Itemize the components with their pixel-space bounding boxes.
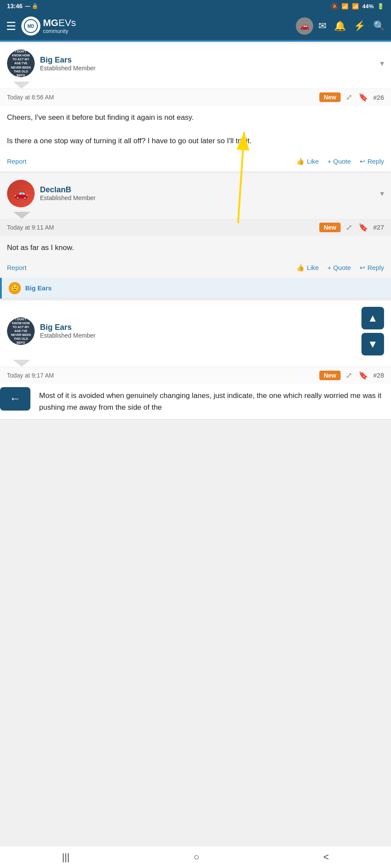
post-28-avatar: I DON'T KNOW HOW TO ACT MY AGE I'VE NEVE… — [7, 317, 35, 345]
post-26-time: Today at 8:56 AM — [7, 94, 315, 101]
post-28-share-icon[interactable]: ⤢ — [346, 371, 352, 380]
post-27-reply[interactable]: ↩ Reply — [360, 264, 384, 272]
post-27-time: Today at 9:11 AM — [7, 224, 315, 231]
quote-avatar: 😟 — [9, 282, 21, 294]
post-26-share-icon[interactable]: ⤢ — [346, 92, 352, 102]
header-icons: ✉ 🔔 ⚡ 🔍 — [318, 20, 385, 32]
post-26-chevron[interactable]: ▾ — [380, 59, 384, 68]
post-28-username[interactable]: Big Ears — [40, 323, 356, 332]
post-28-user-header: I DON'T KNOW HOW TO ACT MY AGE I'VE NEVE… — [0, 301, 391, 360]
like-icon: 👍 — [296, 158, 305, 165]
quote-username: Big Ears — [25, 284, 52, 292]
post-28: I DON'T KNOW HOW TO ACT MY AGE I'VE NEVE… — [0, 301, 391, 420]
post-27-user-header: 🚗 DeclanB Established Member ▾ — [0, 174, 391, 212]
scroll-buttons: ▲ ▼ — [361, 307, 384, 355]
status-bar: 13:46 — 🔒 🔕 📶 📶 44% 🔋 — [0, 0, 391, 12]
post-26-reply[interactable]: ↩ Reply — [360, 158, 384, 165]
post-27-content: Not as far as I know. — [0, 236, 391, 260]
header-logo: MD MGEVs community — [21, 16, 291, 36]
header: ☰ MD MGEVs community 🚗 ✉ 🔔 — [0, 12, 391, 40]
post-26-meta: Today at 8:56 AM New ⤢ 🔖 #26 — [0, 89, 391, 105]
post-26-avatar: I DON'T KNOW HOW TO ACT MY AGE I'VE NEVE… — [7, 49, 35, 77]
post-26-number: #26 — [373, 94, 384, 101]
post-26-user-info: Big Ears Established Member — [40, 56, 375, 72]
post-26-userrole: Established Member — [40, 65, 375, 72]
lightning-icon[interactable]: ⚡ — [354, 20, 365, 32]
post-28-fold — [13, 360, 30, 367]
reply-icon-27: ↩ — [360, 264, 365, 272]
scroll-down-button[interactable]: ▼ — [361, 333, 384, 355]
post-26-username[interactable]: Big Ears — [40, 56, 375, 65]
post-27-action-buttons: 👍 Like + Quote ↩ Reply — [296, 264, 384, 272]
post-27-chevron[interactable]: ▾ — [380, 189, 384, 198]
blue-separator — [0, 40, 391, 42]
battery-icon: 🔋 — [377, 3, 384, 10]
post-28-avatar-badge: I DON'T KNOW HOW TO ACT MY AGE I'VE NEVE… — [7, 317, 35, 345]
post-27-like[interactable]: 👍 Like — [296, 264, 319, 272]
post-27-new-badge: New — [319, 223, 341, 232]
post-26-fold — [13, 82, 30, 89]
reply-icon-26: ↩ — [360, 158, 365, 165]
sim-icon: — 🔒 — [25, 3, 38, 9]
post-28-bookmark-icon[interactable]: 🔖 — [358, 371, 368, 380]
post-28-meta: Today at 9:17 AM New ⤢ 🔖 #28 — [0, 367, 391, 384]
post-28-number: #28 — [373, 372, 384, 379]
wifi-icon: 📶 — [341, 3, 348, 10]
post-26: I DON'T KNOW HOW TO ACT MY AGE I'VE NEVE… — [0, 43, 391, 172]
post-27-userrole: Established Member — [40, 194, 375, 201]
like-icon-27: 👍 — [296, 264, 305, 272]
post-27-user-info: DeclanB Established Member — [40, 185, 375, 201]
post-26-action-buttons: 👍 Like + Quote ↩ Reply — [296, 158, 384, 165]
signal-icon: 📶 — [352, 3, 359, 10]
post-28-content: ← Most of it is avoided when genuinely c… — [0, 384, 391, 419]
post-26-actions: Report 👍 Like + Quote ↩ Reply — [0, 153, 391, 171]
post-27-avatar: 🚗 — [7, 180, 35, 207]
post-26-bookmark-icon[interactable]: 🔖 — [358, 92, 368, 102]
post-27-fold — [13, 212, 30, 219]
android-recents[interactable]: ||| — [62, 852, 70, 863]
android-home[interactable]: ○ — [194, 852, 199, 863]
battery: 44% — [362, 3, 374, 10]
logo-text-group: MGEVs community — [43, 18, 76, 34]
post-27-avatar-car: 🚗 — [7, 180, 35, 207]
post-28-user-info: Big Ears Established Member — [40, 323, 356, 339]
post-26-quote[interactable]: + Quote — [328, 158, 351, 165]
post-27-actions: Report 👍 Like + Quote ↩ Reply — [0, 260, 391, 278]
post-27: 🚗 DeclanB Established Member ▾ Today at … — [0, 174, 391, 299]
svg-text:🚗: 🚗 — [300, 21, 310, 31]
post-27-bookmark-icon[interactable]: 🔖 — [358, 223, 368, 232]
back-button[interactable]: ← — [0, 387, 30, 411]
logo-subtitle: community — [43, 28, 76, 34]
menu-button[interactable]: ☰ — [6, 20, 16, 33]
post-27-meta: Today at 9:11 AM New ⤢ 🔖 #27 — [0, 219, 391, 236]
post-27-username[interactable]: DeclanB — [40, 185, 375, 194]
post-27-share-icon[interactable]: ⤢ — [346, 223, 352, 232]
post-27-quote[interactable]: + Quote — [328, 264, 351, 272]
post-27-report[interactable]: Report — [7, 264, 296, 271]
mail-icon[interactable]: ✉ — [318, 20, 326, 32]
bell-icon[interactable]: 🔔 — [334, 20, 346, 32]
status-right: 🔕 📶 📶 44% 🔋 — [331, 3, 384, 10]
android-back[interactable]: < — [323, 852, 329, 863]
post-28-time: Today at 9:17 AM — [7, 372, 315, 379]
mute-icon: 🔕 — [331, 3, 338, 10]
time: 13:46 — [7, 3, 23, 10]
post-27-number: #27 — [373, 224, 384, 231]
post-26-like[interactable]: 👍 Like — [296, 158, 319, 165]
scroll-up-button[interactable]: ▲ — [361, 307, 384, 329]
post-27-quote-block: 😟 Big Ears — [0, 278, 391, 299]
svg-text:MD: MD — [27, 24, 34, 29]
logo-title: MGEVs — [43, 18, 76, 28]
post-28-new-badge: New — [319, 371, 341, 380]
post-26-user-header: I DON'T KNOW HOW TO ACT MY AGE I'VE NEVE… — [0, 43, 391, 82]
user-avatar-header[interactable]: 🚗 — [296, 17, 313, 35]
android-nav: ||| ○ < — [0, 846, 391, 868]
post-28-userrole: Established Member — [40, 332, 356, 339]
status-left: 13:46 — 🔒 — [7, 3, 38, 10]
post-26-report[interactable]: Report — [7, 158, 296, 165]
logo-icon: MD — [21, 16, 40, 36]
post-26-content: Cheers, I've seen it before but finding … — [0, 105, 391, 153]
post-26-avatar-badge: I DON'T KNOW HOW TO ACT MY AGE I'VE NEVE… — [7, 49, 35, 77]
post-26-new-badge: New — [319, 92, 341, 102]
search-icon[interactable]: 🔍 — [373, 20, 385, 32]
